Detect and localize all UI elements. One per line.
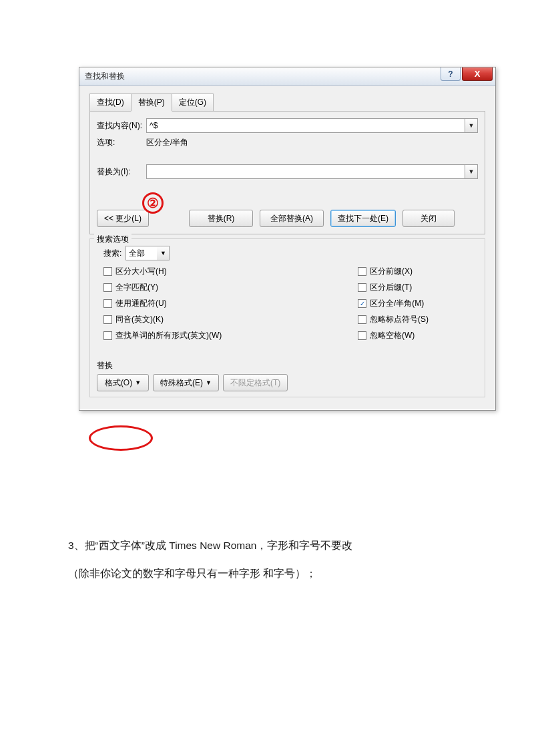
checkbox-columns: 区分大小写(H) 全字匹配(Y) 使用通配符(U) 同音(英文)(K) 查找单词…: [97, 266, 478, 341]
checks-right: 区分前缀(X) 区分后缀(T) ✓区分全/半角(M) 忽略标点符号(S) 忽略空…: [358, 266, 478, 341]
check-sounds-like[interactable]: 同音(英文)(K): [103, 314, 358, 325]
instruction-line-2: （除非你论文的数字和字母只有一种字形 和字号）；: [68, 560, 469, 588]
options-row: 选项: 区分全/半角: [97, 137, 478, 148]
dialog-client: 查找(D) 替换(P) 定位(G) 查找内容(N): ▼ 选项: 区分全/半角: [79, 86, 495, 410]
help-button[interactable]: ?: [441, 67, 461, 81]
caret-down-icon: ▼: [135, 379, 141, 386]
titlebar: 查找和替换 ? X: [79, 67, 495, 86]
search-scope-label: 搜索:: [103, 248, 121, 259]
check-width[interactable]: ✓区分全/半角(M): [358, 298, 478, 309]
bottom-buttons: 格式(O)▼ 特殊格式(E)▼ 不限定格式(T): [97, 374, 474, 391]
page: 查找和替换 ? X 查找(D) 替换(P) 定位(G) 查找内容(N): ▼: [0, 0, 534, 756]
no-format-button: 不限定格式(T): [223, 374, 288, 391]
options-value: 区分全/半角: [146, 137, 188, 148]
replace-combo: ▼: [146, 164, 478, 179]
check-wildcards[interactable]: 使用通配符(U): [103, 298, 358, 309]
check-prefix[interactable]: 区分前缀(X): [358, 266, 478, 277]
find-replace-dialog: 查找和替换 ? X 查找(D) 替换(P) 定位(G) 查找内容(N): ▼: [79, 67, 496, 411]
find-input[interactable]: [146, 118, 465, 133]
tab-goto[interactable]: 定位(G): [172, 93, 214, 112]
format-button[interactable]: 格式(O)▼: [97, 374, 149, 391]
replace-button[interactable]: 替换(R): [189, 210, 253, 227]
window-controls: ? X: [441, 67, 495, 85]
check-match-case[interactable]: 区分大小写(H): [103, 266, 358, 277]
tabstrip: 查找(D) 替换(P) 定位(G): [89, 93, 489, 111]
search-scope-value: 全部: [126, 246, 157, 260]
tab-replace[interactable]: 替换(P): [131, 93, 172, 112]
less-button[interactable]: << 更少(L): [97, 210, 149, 227]
tab-body: 查找内容(N): ▼ 选项: 区分全/半角 替换为(I): ▼: [89, 111, 485, 234]
options-label: 选项:: [97, 137, 146, 148]
replace-label: 替换为(I):: [97, 166, 146, 178]
caret-down-icon: ▼: [206, 379, 212, 386]
find-combo: ▼: [146, 118, 478, 133]
find-next-button[interactable]: 查找下一处(E): [330, 210, 396, 227]
find-dropdown-icon[interactable]: ▼: [465, 118, 478, 133]
replace-row: 替换为(I): ▼: [97, 164, 478, 179]
replace-section-label: 替换: [97, 360, 478, 371]
dialog-title: 查找和替换: [85, 71, 125, 82]
close-dialog-button[interactable]: 关闭: [403, 210, 455, 227]
annotation-ellipse-format: [89, 425, 153, 451]
search-scope-combo[interactable]: 全部 ▼: [125, 246, 170, 260]
search-options-group: 搜索选项 搜索: 全部 ▼ 区分大小写(H) 全字匹配(Y) 使用通配符(U) …: [89, 238, 485, 397]
instruction-line-1: 3、把“西文字体”改成 Times New Roman，字形和字号不要改: [68, 532, 469, 560]
search-options-legend: 搜索选项: [94, 234, 131, 245]
tab-find[interactable]: 查找(D): [89, 93, 131, 112]
find-label: 查找内容(N):: [97, 120, 146, 132]
check-word-forms[interactable]: 查找单词的所有形式(英文)(W): [103, 330, 358, 341]
chevron-down-icon: ▼: [157, 246, 169, 260]
check-ignore-punct[interactable]: 忽略标点符号(S): [358, 314, 478, 325]
close-button[interactable]: X: [462, 67, 493, 81]
replace-input[interactable]: [146, 164, 465, 179]
checks-left: 区分大小写(H) 全字匹配(Y) 使用通配符(U) 同音(英文)(K) 查找单词…: [103, 266, 358, 341]
find-row: 查找内容(N): ▼: [97, 118, 478, 133]
special-button[interactable]: 特殊格式(E)▼: [153, 374, 219, 391]
search-scope-row: 搜索: 全部 ▼: [103, 246, 478, 260]
instruction-text: 3、把“西文字体”改成 Times New Roman，字形和字号不要改 （除非…: [68, 532, 469, 588]
replace-dropdown-icon[interactable]: ▼: [465, 164, 478, 179]
check-whole-word[interactable]: 全字匹配(Y): [103, 282, 358, 293]
check-suffix[interactable]: 区分后缀(T): [358, 282, 478, 293]
check-ignore-space[interactable]: 忽略空格(W): [358, 330, 478, 341]
annotation-circle-2: ②: [142, 192, 164, 214]
replace-all-button[interactable]: 全部替换(A): [260, 210, 324, 227]
